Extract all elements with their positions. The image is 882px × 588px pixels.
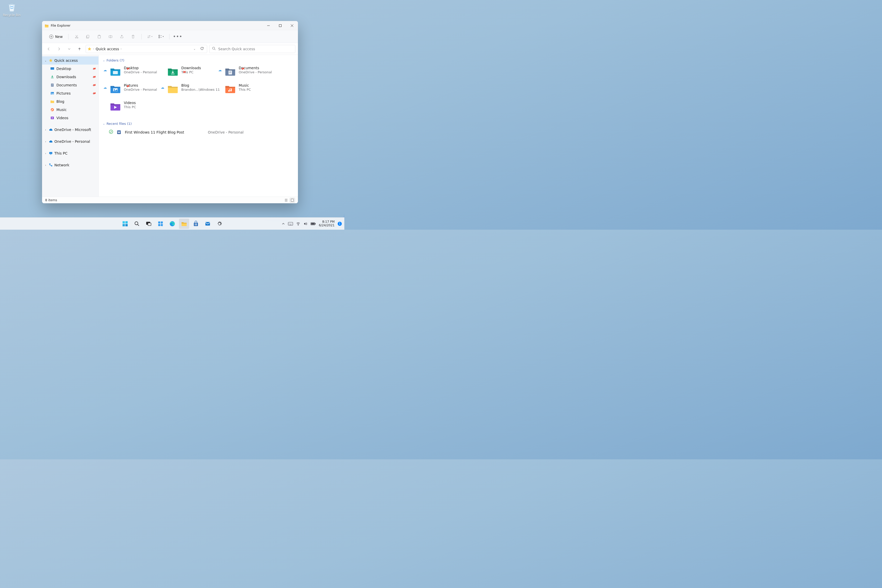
sidebar-quick-access[interactable]: ⌄ Quick access [42,56,99,64]
refresh-button[interactable] [199,46,206,51]
large-icons-view-button[interactable] [290,198,295,202]
sidebar-onedrive-personal[interactable]: › OneDrive - Personal [42,137,99,146]
taskbar-clock[interactable]: 8:17 PM 6/24/2021 [319,220,334,227]
window-title: File Explorer [51,24,70,27]
forward-button[interactable] [55,45,63,53]
notification-badge[interactable]: 1 [338,222,342,226]
new-button[interactable]: New [46,33,65,40]
svg-rect-34 [148,223,151,225]
sidebar-item-downloads[interactable]: Downloads 📌 [42,73,99,81]
cloud-icon [49,128,53,132]
sidebar-item-pictures[interactable]: Pictures 📌 [42,89,99,98]
taskbar-file-explorer[interactable] [179,219,189,229]
folder-card[interactable]: ☁DocumentsOneDrive - Personal📌 [224,65,280,81]
chevron-right-icon: › [44,140,47,143]
folder-card[interactable]: MusicThis PC [224,82,280,99]
sidebar-this-pc[interactable]: › This PC [42,149,99,158]
up-button[interactable] [75,45,84,53]
paste-button[interactable] [94,32,104,41]
sort-button[interactable]: ▾ [145,32,155,41]
sidebar-item-music[interactable]: Music [42,106,99,114]
taskbar-mail[interactable] [202,219,213,229]
status-item-count: 8 items [45,198,57,202]
chevron-right-icon: › [44,152,47,155]
taskbar-task-view[interactable] [144,219,154,229]
copy-button[interactable] [83,32,93,41]
start-button[interactable] [120,219,130,229]
delete-button[interactable] [128,32,138,41]
sidebar-item-documents[interactable]: Documents 📌 [42,81,99,89]
taskbar-search[interactable] [132,219,142,229]
sidebar-item-label: Downloads [56,75,76,79]
taskbar-widgets[interactable] [155,219,166,229]
taskbar-store[interactable] [191,219,201,229]
address-bar[interactable]: › Quick access › ⌄ [86,45,207,53]
svg-point-23 [114,89,115,90]
folder-card[interactable]: ☁PicturesOneDrive - Personal📌 [109,82,165,99]
svg-rect-8 [159,37,160,38]
svg-rect-21 [228,70,232,74]
separator [68,34,69,39]
sidebar-item-label: Documents [56,83,77,87]
separator [169,34,170,39]
svg-point-24 [109,130,113,134]
svg-rect-44 [206,222,210,225]
address-history-dropdown[interactable]: ⌄ [192,47,197,50]
minimize-button[interactable] [262,21,274,30]
folders-grid: ☁DesktopOneDrive - Personal📌DownloadsThi… [102,65,296,116]
back-button[interactable] [45,45,53,53]
folder-name: Downloads [181,66,201,70]
view-button[interactable]: ▾ [156,32,166,41]
cut-button[interactable] [72,32,82,41]
clock-date: 6/24/2021 [319,224,334,227]
svg-rect-49 [315,223,316,224]
folder-name: Videos [124,101,136,105]
tray-overflow-button[interactable] [282,222,285,225]
content-pane: ⌄ Folders (7) ☁DesktopOneDrive - Persona… [99,55,298,196]
svg-text:W: W [117,131,120,134]
sidebar-onedrive-microsoft[interactable]: › OneDrive - Microsoft [42,126,99,134]
folder-card[interactable]: VideosThis PC [109,100,165,116]
sidebar-item-label: Desktop [56,67,71,71]
sidebar-network[interactable]: › Network [42,161,99,169]
maximize-button[interactable] [274,21,286,30]
sidebar-item-blog[interactable]: Blog [42,98,99,106]
details-view-button[interactable] [284,198,289,202]
svg-rect-42 [195,225,196,225]
more-button[interactable]: ••• [172,32,183,41]
section-title: Folders (7) [106,58,124,62]
chevron-down-icon: ⌄ [103,59,105,62]
sidebar-item-label: Videos [56,116,69,120]
rename-button[interactable] [105,32,116,41]
section-recent-header[interactable]: ⌄ Recent files (1) [102,120,296,128]
tray-keyboard-icon[interactable] [288,222,293,225]
svg-rect-31 [125,224,128,226]
tray-wifi-icon[interactable] [296,222,300,226]
folder-card[interactable]: ☁BlogBrandon...\Windows 11 [166,82,223,99]
svg-rect-3 [87,35,89,38]
tray-volume-icon[interactable] [303,222,308,226]
svg-rect-36 [161,222,163,224]
search-box[interactable] [209,45,296,53]
sidebar-item-videos[interactable]: Videos [42,114,99,122]
taskbar-edge[interactable] [167,219,177,229]
breadcrumb-current[interactable]: Quick access [96,47,119,51]
search-input[interactable] [218,47,292,51]
svg-rect-18 [49,164,51,165]
sidebar-item-label: Blog [56,99,64,104]
star-icon [87,47,92,51]
section-folders-header[interactable]: ⌄ Folders (7) [102,57,296,65]
recent-file-row[interactable]: WFirst Windows 11 Flight Blog PostOneDri… [102,128,296,136]
share-button[interactable] [117,32,127,41]
close-button[interactable] [286,21,298,30]
taskbar-settings[interactable] [214,219,225,229]
tray-battery-icon[interactable] [310,222,316,225]
desktop-recycle-bin[interactable]: Recycle Bin [3,2,21,17]
titlebar[interactable]: File Explorer [42,21,298,30]
sidebar-item-desktop[interactable]: Desktop 📌 [42,64,99,73]
folder-card[interactable]: DownloadsThis PC📌 [166,65,223,81]
cloud-sync-icon: ☁ [104,86,107,90]
folder-card[interactable]: ☁DesktopOneDrive - Personal📌 [109,65,165,81]
recent-locations-button[interactable] [65,45,74,53]
nav-address-row: › Quick access › ⌄ [42,43,298,55]
